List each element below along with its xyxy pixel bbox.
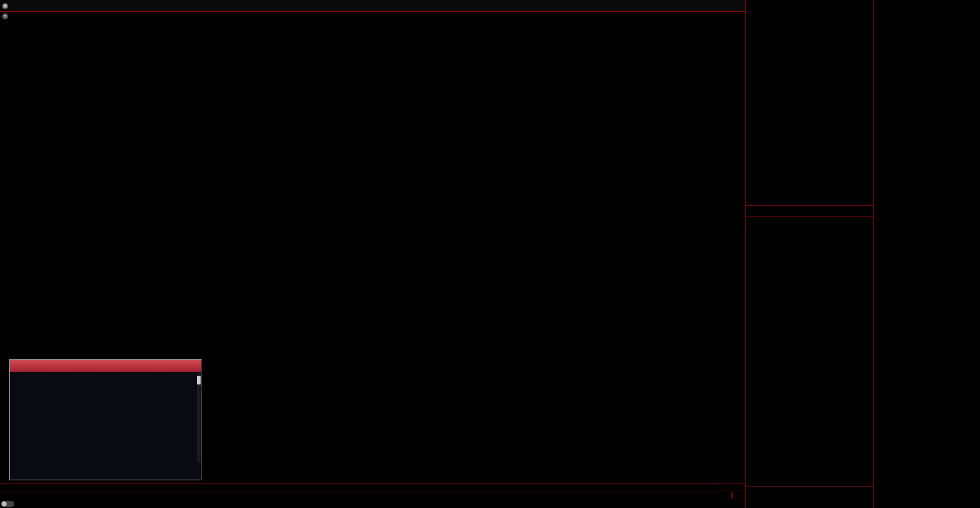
- status-strip: [647, 500, 745, 508]
- registration-line: [746, 206, 875, 216]
- quote-panel: [745, 0, 874, 508]
- quote-tab-bar: [746, 486, 873, 497]
- daily-info-bar: [0, 20, 747, 29]
- tdx-app-window: { "app": { "menu": ["分时","1分钟","5分钟","15…: [0, 0, 980, 508]
- indicator-tab-bar: [0, 492, 647, 500]
- chart-timeline: [0, 483, 745, 492]
- popup-scrollbar[interactable]: [197, 373, 201, 463]
- sidebar-toggle-pill[interactable]: [1, 501, 14, 507]
- app-logo-icon[interactable]: ▣: [2, 3, 8, 9]
- chart-attr-concept: [5, 52, 26, 60]
- popup-title-bar[interactable]: [10, 360, 201, 372]
- chart-title-bar: ▾: [0, 11, 745, 20]
- trade-status-line: [746, 217, 875, 227]
- weibi-row: [746, 2, 873, 12]
- chart-tools-menu: [586, 0, 719, 11]
- zoom-in-button[interactable]: [720, 492, 732, 499]
- chart-attr-block: [5, 65, 56, 73]
- renew-banner[interactable]: [746, 195, 875, 205]
- period-cell: [720, 483, 745, 491]
- dropdown-icon[interactable]: ▾: [2, 13, 8, 19]
- condition-alert-popup[interactable]: [9, 359, 202, 480]
- zoom-out-button[interactable]: [732, 492, 745, 499]
- f10-side-panel: [874, 0, 980, 508]
- chart-attr-style: [5, 39, 26, 46]
- extension-tab-bar: [0, 500, 647, 508]
